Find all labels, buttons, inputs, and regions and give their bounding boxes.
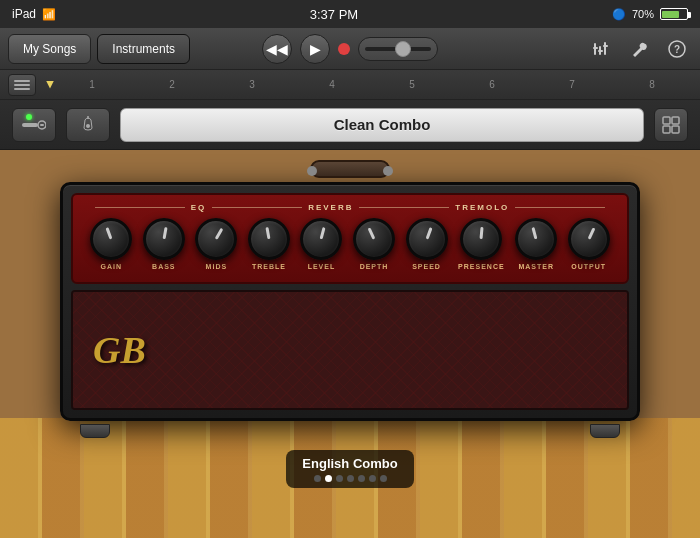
tempo-track bbox=[365, 47, 431, 51]
wifi-icon: 📶 bbox=[42, 8, 56, 21]
knob-group-speed: SPEED bbox=[406, 218, 448, 270]
amp-label-container: English Combo bbox=[60, 450, 640, 488]
svg-rect-4 bbox=[598, 50, 603, 52]
timeline-num-8: 8 bbox=[612, 79, 692, 90]
amp-handle bbox=[310, 160, 390, 178]
play-button[interactable]: ▶ bbox=[300, 34, 330, 64]
amp-dot-6 bbox=[369, 475, 376, 482]
tempo-slider[interactable] bbox=[358, 37, 438, 61]
reverb-label: REVERB bbox=[308, 203, 353, 212]
level-indicator bbox=[320, 227, 326, 239]
grid-view-button[interactable] bbox=[654, 108, 688, 142]
master-indicator bbox=[532, 227, 538, 239]
speed-label: SPEED bbox=[412, 263, 441, 270]
instruments-button[interactable]: Instruments bbox=[97, 34, 190, 64]
svg-rect-13 bbox=[40, 124, 44, 126]
output-indicator bbox=[587, 227, 595, 239]
svg-rect-10 bbox=[14, 88, 30, 90]
mixer-button[interactable] bbox=[586, 34, 616, 64]
status-left: iPad 📶 bbox=[12, 7, 56, 21]
wrench-button[interactable] bbox=[624, 34, 654, 64]
level-knob[interactable] bbox=[300, 218, 342, 260]
master-label: MASTER bbox=[518, 263, 554, 270]
timeline-num-4: 4 bbox=[292, 79, 372, 90]
status-bar: iPad 📶 3:37 PM 🔵 70% bbox=[0, 0, 700, 28]
battery-fill bbox=[662, 11, 678, 18]
amp-body: EQ REVERB TREMOLO GAIN bbox=[60, 182, 640, 421]
svg-rect-3 bbox=[593, 47, 598, 49]
depth-indicator bbox=[368, 227, 376, 239]
my-songs-button[interactable]: My Songs bbox=[8, 34, 91, 64]
speed-knob[interactable] bbox=[406, 218, 448, 260]
depth-knob[interactable] bbox=[353, 218, 395, 260]
record-indicator bbox=[338, 43, 350, 55]
battery-percent: 70% bbox=[632, 8, 654, 20]
svg-rect-19 bbox=[672, 126, 679, 133]
knob-group-master: MASTER bbox=[515, 218, 557, 270]
rewind-icon: ◀◀ bbox=[266, 41, 288, 57]
presence-knob[interactable] bbox=[460, 218, 502, 260]
treble-knob[interactable] bbox=[248, 218, 290, 260]
preset-label-text: English Combo bbox=[302, 456, 397, 471]
amp-dot-4 bbox=[347, 475, 354, 482]
timeline-num-3: 3 bbox=[212, 79, 292, 90]
mids-knob[interactable] bbox=[195, 218, 237, 260]
toolbar-icons-right: ? bbox=[586, 34, 692, 64]
reverb-line-right bbox=[359, 207, 449, 208]
cable-input-button[interactable] bbox=[12, 108, 56, 142]
gain-knob[interactable] bbox=[90, 218, 132, 260]
speed-indicator bbox=[425, 227, 432, 239]
mids-indicator bbox=[215, 228, 224, 240]
preset-selector-button[interactable]: Clean Combo bbox=[120, 108, 644, 142]
svg-rect-17 bbox=[672, 117, 679, 124]
amp-container: EQ REVERB TREMOLO GAIN bbox=[60, 160, 640, 488]
battery-bar bbox=[660, 8, 688, 20]
gb-logo: GB bbox=[93, 328, 146, 372]
svg-rect-11 bbox=[22, 123, 38, 127]
help-button[interactable]: ? bbox=[662, 34, 692, 64]
knob-group-output: OUTPUT bbox=[568, 218, 610, 270]
tuner-button[interactable] bbox=[66, 108, 110, 142]
tempo-knob bbox=[395, 41, 411, 57]
amp-dot-5 bbox=[358, 475, 365, 482]
amp-label-badge: English Combo bbox=[286, 450, 413, 488]
led-indicator bbox=[26, 114, 32, 120]
knob-group-bass: BASS bbox=[143, 218, 185, 270]
bass-knob[interactable] bbox=[143, 218, 185, 260]
amp-foot-left bbox=[80, 424, 110, 438]
status-right: 🔵 70% bbox=[612, 8, 688, 21]
svg-rect-8 bbox=[14, 80, 30, 82]
play-icon: ▶ bbox=[310, 41, 321, 57]
svg-rect-2 bbox=[604, 42, 606, 55]
output-knob[interactable] bbox=[568, 218, 610, 260]
treble-label: TREBLE bbox=[252, 263, 286, 270]
svg-rect-16 bbox=[663, 117, 670, 124]
amp-foot-right bbox=[590, 424, 620, 438]
timeline-num-1: 1 bbox=[52, 79, 132, 90]
timeline: 1 2 3 4 5 6 7 8 bbox=[0, 70, 700, 100]
grille-pattern bbox=[73, 292, 627, 408]
timeline-num-2: 2 bbox=[132, 79, 212, 90]
amp-dot-1 bbox=[314, 475, 321, 482]
control-panel: EQ REVERB TREMOLO GAIN bbox=[71, 193, 629, 284]
treble-indicator bbox=[265, 227, 270, 239]
bass-indicator bbox=[162, 227, 167, 239]
depth-label: DEPTH bbox=[360, 263, 389, 270]
speaker-grille: GB bbox=[71, 290, 629, 410]
svg-rect-9 bbox=[14, 84, 30, 86]
master-knob[interactable] bbox=[515, 218, 557, 260]
rewind-button[interactable]: ◀◀ bbox=[262, 34, 292, 64]
knob-group-mids: MIDS bbox=[195, 218, 237, 270]
knob-group-presence: PRESENCE bbox=[458, 218, 505, 270]
amp-dots bbox=[314, 475, 387, 482]
amp-dot-3 bbox=[336, 475, 343, 482]
eq-line-right bbox=[212, 207, 302, 208]
timeline-track-icon bbox=[8, 74, 36, 96]
presence-indicator bbox=[480, 227, 484, 239]
timeline-num-5: 5 bbox=[372, 79, 452, 90]
timeline-num-7: 7 bbox=[532, 79, 612, 90]
amp-feet bbox=[60, 424, 640, 438]
amp-dot-2 bbox=[325, 475, 332, 482]
knob-group-gain: GAIN bbox=[90, 218, 132, 270]
track-controls: Clean Combo bbox=[0, 100, 700, 150]
